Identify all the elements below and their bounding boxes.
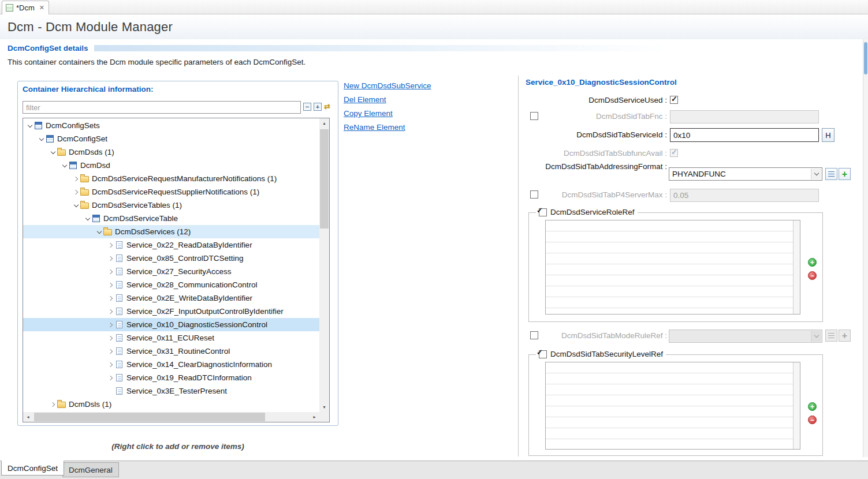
tree-item[interactable]: Service_0x2F_InputOutputControlByIdentif… [23,305,319,318]
addressing-format-label: DcmDsdSidTabAddressingFormat : [545,162,667,171]
sync-icon[interactable] [324,102,330,111]
tab-dcmconfigset[interactable]: DcmConfigSet [1,461,64,476]
scrollbar-corner [319,412,329,422]
chevron-right-icon[interactable] [106,283,115,287]
tree-vertical-scrollbar[interactable] [319,118,329,412]
tree-item[interactable]: DcmDsdServiceTables (1) [23,199,319,212]
addressing-format-row: DcmDsdSidTabAddressingFormat : PHYANDFUN… [524,162,862,186]
security-level-ref-checkbox[interactable] [539,350,547,358]
document-icon [116,374,122,381]
list-ref-button[interactable] [825,168,837,180]
tree-item[interactable]: DcmDsds (1) [23,145,319,159]
tree: DcmConfigSetsDcmConfigSetDcmDsds (1)DcmD… [23,119,319,412]
chevron-right-icon[interactable] [106,297,115,300]
tree-item[interactable]: DcmDsdServiceRequestSupplierNotification… [23,185,319,199]
document-icon [116,361,122,368]
tree-item[interactable]: Service_0x85_ControlDTCSetting [23,252,319,265]
add-ref-button[interactable] [839,168,851,180]
tree-container: DcmConfigSetsDcmConfigSetDcmDsds (1)DcmD… [23,118,330,422]
service-role-ref-checkbox[interactable] [539,208,547,216]
chevron-right-icon[interactable] [106,363,115,366]
service-used-label: DcmDsdServiceUsed : [524,96,667,104]
chevron-right-icon[interactable] [106,310,115,313]
chevron-right-icon[interactable] [49,403,57,406]
add-icon[interactable] [808,258,817,267]
tree-item[interactable]: Service_0x10_DiagnosticSessionControl [23,318,319,331]
chevron-down-icon[interactable] [25,125,34,127]
service-id-input[interactable] [670,128,819,142]
tree-item[interactable]: Service_0x19_ReadDTCInformation [23,371,319,384]
security-level-ref-list[interactable] [545,362,800,450]
chevron-right-icon[interactable] [106,336,115,340]
tree-item-label: Service_0x2E_WriteDataByIdentifier [126,294,255,302]
addressing-format-value: PHYANDFUNC [672,170,726,178]
tree-item-label: Service_0x27_SecurityAccess [126,267,234,276]
chevron-right-icon[interactable] [72,177,80,181]
chevron-right-icon[interactable] [72,190,80,194]
chevron-right-icon[interactable] [106,350,115,353]
filter-input[interactable] [23,101,301,114]
folder-icon [80,189,89,196]
chevron-down-icon[interactable] [83,218,92,220]
service-role-ref-list[interactable] [545,220,800,315]
tree-item[interactable]: DcmDsdServices (12) [23,225,319,238]
chevron-right-icon[interactable] [106,244,115,247]
tree-item[interactable]: DcmDsdServiceRequestManufacturerNotifica… [23,172,319,185]
tree-item-label: DcmDsd [80,161,113,170]
new-dcmdsdsubservice-link[interactable]: New DcmDsdSubService [344,81,431,90]
close-icon[interactable] [39,4,44,12]
tree-item[interactable]: Service_0x2E_WriteDataByIdentifier [23,291,319,305]
service-used-checkbox[interactable] [670,96,678,104]
chevron-right-icon[interactable] [106,270,115,274]
tree-item[interactable]: Service_0x22_ReadDataByIdentifier [23,238,319,252]
tree-horizontal-scrollbar[interactable] [23,412,319,422]
chevron-right-icon[interactable] [106,257,115,260]
tree-item[interactable]: DcmConfigSets [23,119,319,132]
remove-icon[interactable] [808,271,817,280]
chevron-down-icon[interactable] [37,138,46,140]
chevron-down-icon[interactable] [95,231,103,233]
tree-item-label: Service_0x11_ECUReset [126,334,217,342]
scroll-right-icon[interactable] [310,412,319,422]
tree-item-label: DcmConfigSets [46,121,102,130]
tree-item[interactable]: DcmDsdServiceTable [23,212,319,225]
tree-item-label: Service_0x10_DiagnosticSessionControl [126,320,270,329]
page-vertical-scrollbar[interactable] [863,39,868,457]
tree-item[interactable]: DcmDsls (1) [23,398,319,411]
scroll-up-icon[interactable] [319,118,329,128]
tree-item[interactable]: Service_0x28_CommunicationControl [23,278,319,291]
copy-element-link[interactable]: Copy Element [344,109,431,118]
hex-button[interactable]: H [822,128,835,142]
tree-item[interactable]: Service_0x31_RoutineControl [23,345,319,358]
tree-item[interactable]: DcmDsd [23,159,319,172]
addressing-format-dropdown[interactable]: PHYANDFUNC [669,167,822,181]
editor-tab-dcm[interactable]: *Dcm [2,1,49,14]
tab-dcmgeneral[interactable]: DcmGeneral [62,462,119,477]
horizontal-scroll-thumb[interactable] [34,413,265,421]
chevron-down-icon[interactable] [60,164,69,167]
action-links: New DcmDsdSubService Del Element Copy El… [344,81,431,132]
del-element-link[interactable]: Del Element [344,95,431,104]
tree-item[interactable]: Service_0x14_ClearDiagnosticInformation [23,358,319,371]
expand-all-icon[interactable]: + [314,103,322,111]
tree-item[interactable]: Service_0x3E_TesterPresent [23,384,319,398]
page-scroll-thumb[interactable] [864,42,867,74]
scroll-left-icon[interactable] [23,412,33,422]
add-icon[interactable] [808,402,817,411]
rename-element-link[interactable]: ReName Element [344,123,431,132]
chevron-right-icon[interactable] [106,376,115,380]
chevron-down-icon[interactable] [72,204,80,207]
tree-item[interactable]: Service_0x11_ECUReset [23,331,319,345]
chevron-right-icon[interactable] [106,323,115,327]
collapse-all-icon[interactable]: − [303,103,311,111]
tree-item-label: Service_0x31_RoutineControl [126,347,232,355]
scroll-down-icon[interactable] [319,402,329,412]
section-title: DcmConfigSet details [8,44,88,53]
vertical-scroll-thumb[interactable] [320,129,329,229]
remove-icon[interactable] [808,416,817,424]
tree-item[interactable]: Service_0x27_SecurityAccess [23,265,319,278]
chevron-down-icon[interactable] [49,151,57,154]
tree-item[interactable]: DcmConfigSet [23,132,319,145]
dropdown-arrow-icon[interactable] [811,169,821,179]
editor-tab-bar: *Dcm [0,0,868,14]
